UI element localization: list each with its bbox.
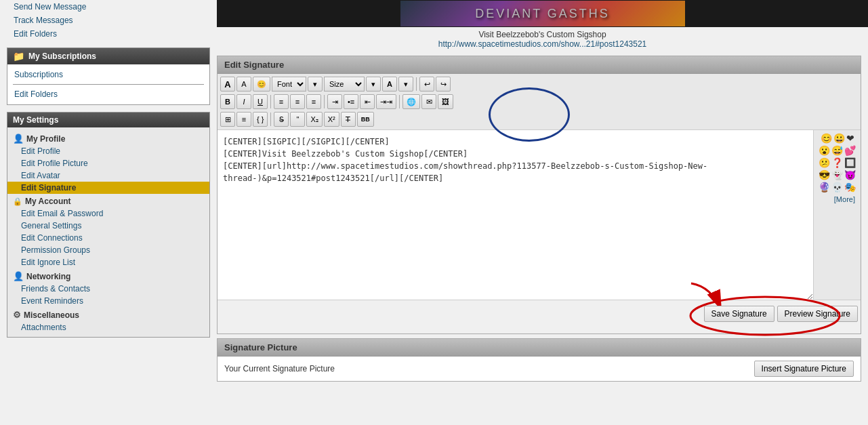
attachments-link[interactable]: Attachments (7, 321, 209, 333)
indent2-btn[interactable]: ⇥⇥ (376, 94, 396, 109)
edit-profile-link[interactable]: Edit Profile (7, 145, 209, 157)
subscriptions-box: 📁 My Subscriptions Subscriptions Edit Fo… (7, 47, 210, 105)
save-signature-button[interactable]: Save Signature (704, 306, 774, 322)
image-btn[interactable]: 🖼 (438, 94, 453, 109)
undo-btn[interactable]: ↩ (419, 77, 434, 92)
visit-link-area: Visit Beelzzebob's Custom Sigshop http:/… (217, 27, 868, 52)
font-size-select-arrow[interactable]: ▾ (366, 77, 381, 92)
font-family-select[interactable]: Font (272, 77, 306, 92)
subscriptions-link[interactable]: Subscriptions (7, 68, 209, 81)
settings-box: My Settings 👤 My Profile Edit Profile Ed… (7, 112, 210, 338)
emoji-7[interactable]: 😕 (819, 157, 830, 168)
edit-connections-link[interactable]: Edit Connections (7, 232, 209, 244)
edit-email-password-link[interactable]: Edit Email & Password (7, 207, 209, 220)
editor-textarea-wrapper: [CENTER][SIGPIC][/SIGPIC][/CENTER] [CENT… (218, 130, 861, 300)
editor-toolbar: A A 😊 Font ▾ Size ▾ A ▾ ↩ ↪ (218, 74, 861, 130)
toolbar-sep-5 (270, 113, 271, 126)
strikethrough-btn[interactable]: S̶ (274, 112, 289, 127)
signature-picture-section: Signature Picture Your Current Signature… (217, 338, 861, 382)
emoji-11[interactable]: 👻 (831, 169, 843, 180)
edit-folders-link-2[interactable]: Edit Folders (7, 87, 209, 101)
font-color-btn[interactable]: A (382, 77, 397, 92)
signature-editor[interactable]: [CENTER][SIGPIC][/SIGPIC][/CENTER] [CENT… (218, 130, 813, 300)
emoji-1[interactable]: 😊 (821, 133, 832, 144)
font-dropdown-arrow[interactable]: ▾ (308, 77, 323, 92)
friends-contacts-link[interactable]: Friends & Contacts (7, 283, 209, 295)
toolbar-sep-3 (324, 95, 325, 108)
settings-content: 👤 My Profile Edit Profile Edit Profile P… (7, 127, 209, 337)
font-size-increase-btn[interactable]: A (220, 77, 235, 92)
subscript-btn[interactable]: X₂ (306, 112, 322, 127)
toolbar-sep-2 (270, 95, 271, 108)
bold-btn[interactable]: B (220, 94, 235, 109)
emoji-3[interactable]: ❤ (846, 133, 854, 144)
emoji-13[interactable]: 🔮 (819, 182, 830, 193)
signature-picture-content: Your Current Signature Picture Insert Si… (218, 357, 861, 381)
bullet-list-btn[interactable]: •≡ (344, 94, 358, 109)
sidebar: Send New Message Track Messages Edit Fol… (0, 0, 217, 425)
edit-signature-section: Edit Signature A A 😊 Font ▾ Size (217, 56, 861, 334)
quote-btn[interactable]: " (290, 112, 305, 127)
italic-btn[interactable]: I (236, 94, 251, 109)
clear-format-btn[interactable]: T̶ (341, 112, 356, 127)
track-messages-link[interactable]: Track Messages (7, 14, 210, 27)
align-left-btn[interactable]: ≡ (274, 94, 289, 109)
email-btn[interactable]: ✉ (421, 94, 436, 109)
my-profile-group: 👤 My Profile (7, 131, 209, 145)
emoji-4[interactable]: 😮 (819, 145, 830, 156)
edit-signature-link[interactable]: Edit Signature (7, 182, 209, 194)
indent-btn[interactable]: ⇥ (327, 94, 342, 109)
edit-folders-link-1[interactable]: Edit Folders (7, 27, 210, 41)
emoji-8[interactable]: ❓ (831, 157, 843, 168)
banner-image: DEVIANT GASTHS (400, 1, 685, 26)
toolbar-sep-4 (399, 95, 400, 108)
align-justify-btn[interactable]: ≡ (236, 112, 251, 127)
font-size-decrease-btn[interactable]: A (236, 77, 251, 92)
event-reminders-link[interactable]: Event Reminders (7, 295, 209, 307)
align-center-btn[interactable]: ≡ (290, 94, 305, 109)
preview-signature-button[interactable]: Preview Signature (777, 306, 858, 322)
align-right-btn[interactable]: ≡ (306, 94, 321, 109)
font-color-arrow[interactable]: ▾ (398, 77, 413, 92)
wrap-btn[interactable]: ⊞ (220, 112, 235, 127)
more-emojis-link[interactable]: [More] (817, 194, 858, 205)
main-content: DEVIANT GASTHS Visit Beelzzebob's Custom… (217, 0, 868, 425)
page-wrapper: Send New Message Track Messages Edit Fol… (0, 0, 868, 425)
redo-btn[interactable]: ↪ (436, 77, 451, 92)
emoji-2[interactable]: 😀 (833, 133, 845, 144)
lock-icon: 🔒 (13, 197, 22, 206)
emoji-14[interactable]: 💀 (831, 182, 843, 193)
code-btn[interactable]: { } (253, 112, 268, 127)
font-size-select[interactable]: Size (324, 77, 365, 92)
visit-link[interactable]: http://www.spacetimestudios.com/show...2… (438, 39, 647, 49)
edit-signature-header: Edit Signature (218, 56, 861, 74)
general-settings-link[interactable]: General Settings (7, 220, 209, 232)
current-signature-picture-label: Your Current Signature Picture (224, 364, 335, 373)
toolbar-sep-1 (416, 77, 417, 91)
banner-area: DEVIANT GASTHS (217, 0, 868, 27)
edit-ignore-list-link[interactable]: Edit Ignore List (7, 256, 209, 268)
visit-title: Visit Beelzzebob's Custom Sigshop (217, 30, 868, 39)
subscriptions-header: 📁 My Subscriptions (7, 48, 209, 64)
link-btn[interactable]: 🌐 (402, 94, 420, 109)
divider (13, 84, 204, 85)
emoji-6[interactable]: 💕 (844, 145, 856, 156)
emoji-12[interactable]: 😈 (844, 169, 856, 180)
send-new-message-link[interactable]: Send New Message (7, 0, 210, 14)
insert-signature-picture-button[interactable]: Insert Signature Picture (754, 361, 854, 377)
emoji-row-5: 🔮 💀 🎭 (817, 182, 858, 193)
networking-group: 👤 Networking (7, 268, 209, 283)
outdent-btn[interactable]: ⇤ (360, 94, 375, 109)
smiley-insert-btn[interactable]: 😊 (253, 77, 270, 92)
permission-groups-link[interactable]: Permission Groups (7, 244, 209, 256)
emoji-10[interactable]: 😎 (819, 169, 830, 180)
superscript-btn[interactable]: X² (324, 112, 339, 127)
toolbar-row-2: B I U ≡ ≡ ≡ ⇥ •≡ ⇤ ⇥⇥ 🌐 ✉ 🖼 (220, 94, 858, 109)
edit-profile-picture-link[interactable]: Edit Profile Picture (7, 157, 209, 169)
emoji-15[interactable]: 🎭 (844, 182, 856, 193)
bbcode-btn[interactable]: BB (357, 112, 374, 127)
emoji-5[interactable]: 😅 (831, 145, 843, 156)
emoji-9[interactable]: 🔲 (844, 157, 856, 168)
underline-btn[interactable]: U (253, 94, 268, 109)
edit-avatar-link[interactable]: Edit Avatar (7, 169, 209, 182)
